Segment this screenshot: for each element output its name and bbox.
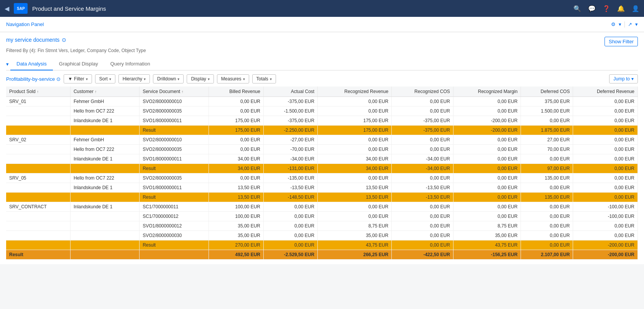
search-icon[interactable]: 🔍 [573,5,581,12]
table-cell: -34,00 EUR [392,154,453,164]
table-cell: -27,00 EUR [263,135,317,145]
table-cell [70,240,139,250]
show-filter-button[interactable]: Show Filter [605,37,638,46]
profitability-label[interactable]: Profitability-by-service ⊙ [6,76,61,82]
table-row: Result492,50 EUR-2.529,50 EUR266,25 EUR-… [6,250,638,260]
table-cell: -375,00 EUR [263,97,317,106]
table-cell: 43,75 EUR [318,240,392,250]
back-button[interactable]: ◀ [5,5,9,12]
table-cell: 13,50 EUR [318,193,392,202]
table-cell [6,193,70,202]
table-cell: SRV_CONTRACT [6,202,70,212]
col-rec-cos: Recognized COS [392,87,453,97]
chat-icon[interactable]: 💬 [588,5,596,12]
table-cell: 0,00 EUR [209,97,263,106]
table-cell [70,126,139,135]
table-cell: 35,00 EUR [318,231,392,240]
table-cell: SVO1/8000000011 [140,154,209,164]
table-cell: 0,00 EUR [209,106,263,116]
toolbar: Profitability-by-service ⊙ ▼ Filter ▾ So… [6,74,638,83]
table-cell: 0,00 EUR [573,154,638,164]
toolbar-left: Profitability-by-service ⊙ ▼ Filter ▾ So… [6,74,276,83]
user-icon[interactable]: 👤 [632,5,639,12]
table-cell: -135,00 EUR [263,173,317,183]
table-cell: 1.875,00 EUR [521,126,573,135]
filter-button[interactable]: ▼ Filter ▾ [64,74,92,83]
table-cell: 0,00 EUR [453,212,521,221]
measures-chevron: ▾ [243,77,245,81]
col-billed-rev: Billed Revenue [209,87,263,97]
table-cell: -148,50 EUR [263,193,317,202]
table-cell: 27,00 EUR [521,135,573,145]
table-cell: 0,00 EUR [392,145,453,154]
table-cell: -1.500,00 EUR [263,106,317,116]
notifications-icon[interactable]: 🔔 [617,5,625,12]
table-row: SVO1/800000001235,00 EUR0,00 EUR8,75 EUR… [6,221,638,231]
header-section: my service documents ⊙ Show Filter [6,37,638,46]
export-icon[interactable]: ↗ [628,21,632,27]
table-cell: 0,00 EUR [573,145,638,154]
table-cell: 0,00 EUR [392,135,453,145]
sort-arrow-customer: ↑ [95,90,97,94]
table-cell [70,221,139,231]
tab-graphical-display[interactable]: Graphical Display [53,58,104,70]
col-rec-margin: Recognized Margin [453,87,521,97]
table-cell: 0,00 EUR [318,212,392,221]
settings-icon[interactable]: ⚙ [611,21,616,27]
divider [624,21,625,28]
table-cell: -200,00 EUR [453,116,521,126]
tab-query-information[interactable]: Query Information [104,58,156,70]
table-cell: 0,00 EUR [453,164,521,173]
main-content: my service documents ⊙ Show Filter Filte… [0,32,644,264]
totals-button[interactable]: Totals ▾ [252,74,276,83]
table-cell: SVO1/8000000012 [140,221,209,231]
table-cell [6,116,70,126]
table-cell [6,154,70,164]
top-bar-left: ◀ SAP Product and Service Margins [5,3,106,14]
tabs-container: ▾ Data Analysis Graphical Display Query … [6,58,638,70]
table-cell: 1.500,00 EUR [521,106,573,116]
table-cell: 0,00 EUR [392,202,453,212]
table-cell: -2.529,50 EUR [263,250,317,260]
sub-nav: Navigation Panel ⚙ ▾ ↗ ▾ [0,17,644,32]
table-cell: -422,50 EUR [392,250,453,260]
filter-icon: ▼ [68,76,72,82]
sort-button[interactable]: Sort ▾ [95,74,115,83]
table-row: Result270,00 EUR0,00 EUR43,75 EUR0,00 EU… [6,240,638,250]
table-cell: 266,25 EUR [318,250,392,260]
measures-button[interactable]: Measures ▾ [217,74,249,83]
table-cell: 0,00 EUR [392,173,453,183]
display-button[interactable]: Display ▾ [187,74,214,83]
table-cell: SVO2/8000000035 [140,145,209,154]
table-cell: 0,00 EUR [453,193,521,202]
help-icon[interactable]: ❓ [603,5,610,12]
table-cell: 0,00 EUR [263,212,317,221]
table-cell: 0,00 EUR [453,97,521,106]
drilldown-button[interactable]: Drilldown ▾ [153,74,184,83]
table-cell: 13,50 EUR [209,193,263,202]
table-cell: 0,00 EUR [318,135,392,145]
table-cell: -200,00 EUR [573,240,638,250]
table-cell: 0,00 EUR [209,145,263,154]
table-cell: -70,00 EUR [263,145,317,154]
table-cell: 0,00 EUR [263,231,317,240]
table-cell: 0,00 EUR [521,116,573,126]
table-cell: Inlandskunde DE 1 [70,202,139,212]
table-cell: 34,00 EUR [318,164,392,173]
hierarchy-button[interactable]: Hierarchy ▾ [118,74,150,83]
jump-to-button[interactable]: Jump to ▾ [609,74,638,83]
table-cell: 13,50 EUR [209,183,263,193]
my-docs-title[interactable]: my service documents ⊙ [6,37,66,43]
nav-panel-link[interactable]: Navigation Panel [6,21,44,27]
table-row: Hello from OC7 222SVO2/80000000350,00 EU… [6,106,638,116]
table-cell: SRV_05 [6,173,70,183]
app-title: Product and Service Margins [32,5,106,12]
table-cell: 0,00 EUR [453,154,521,164]
table-cell: 0,00 EUR [573,126,638,135]
table-cell: Hello from OC7 222 [70,106,139,116]
tab-data-analysis[interactable]: Data Analysis [10,58,53,70]
table-cell: Result [140,193,209,202]
filter-text: Filtered By (4): Fin Stmnt Vers, Ledger,… [6,48,638,53]
table-cell: Result [140,240,209,250]
sort-arrow-service-doc: ↑ [182,90,184,94]
